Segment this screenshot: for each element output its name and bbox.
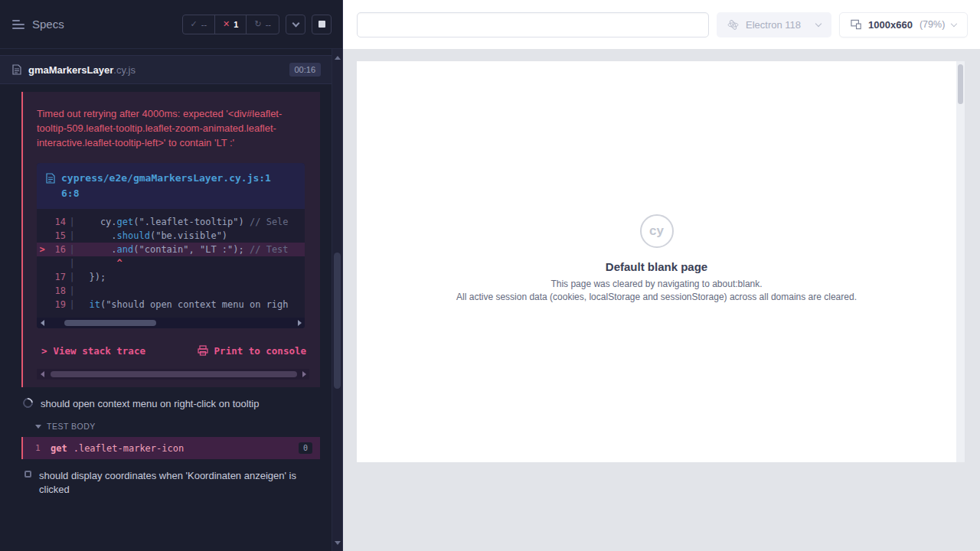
test-body-label: TEST BODY bbox=[47, 422, 96, 431]
view-stack-trace-link[interactable]: > View stack trace bbox=[41, 345, 145, 357]
code-frame-filename: cypress/e2e/gmaMarkersLayer.cy.js:16:8 bbox=[61, 171, 274, 201]
command-method: get bbox=[51, 443, 67, 454]
scroll-up-arrow[interactable] bbox=[332, 52, 342, 63]
aut-toolbar: Electron 118 1000x660 (79%) bbox=[343, 0, 980, 49]
viewport-scale: (79%) bbox=[920, 19, 945, 30]
stat-failed: ✕ 1 bbox=[214, 15, 246, 34]
reporter-header: Specs ✓ -- ✕ 1 ↻ -- bbox=[0, 0, 342, 49]
chevron-down-icon bbox=[815, 20, 822, 26]
aut-page: cy Default blank page This page was clea… bbox=[357, 61, 965, 462]
aut-panel: Electron 118 1000x660 (79%) cy Default b… bbox=[343, 0, 980, 551]
code-line: 19| it("should open context menu on righ bbox=[37, 298, 305, 311]
code-horizontal-scrollbar[interactable] bbox=[37, 318, 305, 328]
blank-page-line2: All active session data (cookies, localS… bbox=[456, 292, 857, 302]
chevron-right-icon: > bbox=[41, 345, 47, 357]
cypress-logo: cy bbox=[640, 214, 674, 248]
stop-run-button[interactable] bbox=[312, 15, 332, 34]
code-line: 17| }); bbox=[37, 270, 305, 284]
collapse-all-button[interactable] bbox=[286, 15, 305, 34]
spec-duration-badge: 00:16 bbox=[289, 63, 322, 77]
error-code-frame: cypress/e2e/gmaMarkersLayer.cy.js:16:8 1… bbox=[37, 163, 305, 328]
spinner-icon bbox=[21, 396, 34, 409]
code-line: 15| .should("be.visible") bbox=[37, 229, 305, 243]
code-line: >16| .and("contain", "LT :"); // Test bbox=[37, 243, 305, 256]
viewport-size: 1000x660 bbox=[868, 19, 913, 31]
scroll-left-arrow[interactable] bbox=[37, 369, 47, 380]
restart-icon: ↻ bbox=[254, 19, 261, 29]
check-icon: ✓ bbox=[191, 19, 198, 29]
command-count-badge: 0 bbox=[299, 442, 312, 454]
file-icon bbox=[12, 64, 21, 75]
code-lines: 14| cy.get(".leaflet-tooltip") // Sele 1… bbox=[37, 209, 305, 313]
blank-page-message: cy Default blank page This page was clea… bbox=[357, 214, 956, 302]
scrollbar-thumb[interactable] bbox=[64, 320, 156, 326]
test-item-pending[interactable]: should display coordinates when 'Koordin… bbox=[0, 459, 332, 503]
app-root: Specs ✓ -- ✕ 1 ↻ -- bbox=[0, 0, 980, 551]
stat-pending: ↻ -- bbox=[246, 15, 279, 34]
code-line: 14| cy.get(".leaflet-tooltip") // Sele bbox=[37, 215, 305, 229]
attempt-horizontal-scrollbar[interactable] bbox=[37, 369, 309, 380]
error-message: Timed out retrying after 4000ms: expecte… bbox=[37, 107, 294, 151]
specs-menu-icon[interactable] bbox=[12, 20, 24, 29]
spec-extension: .cy.js bbox=[113, 64, 136, 76]
scroll-right-arrow[interactable] bbox=[299, 369, 309, 380]
code-line: 18| bbox=[37, 284, 305, 298]
command-number: 1 bbox=[35, 443, 51, 453]
chevron-down-icon bbox=[292, 19, 299, 27]
test-stats: ✓ -- ✕ 1 ↻ -- bbox=[182, 15, 279, 34]
file-icon bbox=[46, 173, 55, 184]
scroll-down-arrow[interactable] bbox=[332, 537, 342, 548]
test-item-running[interactable]: should open context menu on right-click … bbox=[0, 387, 332, 418]
aut-vertical-scrollbar[interactable] bbox=[956, 61, 965, 462]
reporter-sidebar: Specs ✓ -- ✕ 1 ↻ -- bbox=[0, 0, 343, 551]
printer-icon bbox=[198, 345, 208, 356]
specs-title: Specs bbox=[32, 18, 64, 31]
code-line: | ^ bbox=[37, 256, 305, 270]
chevron-down-icon bbox=[951, 20, 957, 26]
scroll-right-arrow[interactable] bbox=[294, 318, 305, 328]
scrollbar-thumb[interactable] bbox=[958, 64, 963, 104]
spec-header[interactable]: gmaMarkersLayer .cy.js 00:16 bbox=[0, 55, 332, 84]
test-title: should display coordinates when 'Koordin… bbox=[39, 469, 299, 496]
blank-page-line1: This page was cleared by navigating to a… bbox=[550, 279, 762, 289]
blank-page-title: Default blank page bbox=[606, 260, 707, 273]
scrollbar-thumb[interactable] bbox=[334, 253, 341, 389]
electron-icon bbox=[727, 19, 739, 31]
viewport-selector[interactable]: 1000x660 (79%) bbox=[839, 12, 968, 37]
failed-attempt-error: Timed out retrying after 4000ms: expecte… bbox=[21, 92, 320, 387]
pending-test-icon bbox=[24, 471, 31, 478]
browser-label: Electron 118 bbox=[746, 19, 801, 31]
aut-stage: cy Default blank page This page was clea… bbox=[343, 49, 980, 551]
command-target: .leaflet-marker-icon bbox=[74, 443, 185, 454]
chevron-down-icon bbox=[35, 425, 41, 429]
reporter-content: gmaMarkersLayer .cy.js 00:16 Timed out r… bbox=[0, 49, 332, 551]
code-frame-file-link[interactable]: cypress/e2e/gmaMarkersLayer.cy.js:16:8 bbox=[37, 163, 305, 209]
browser-selector[interactable]: Electron 118 bbox=[717, 12, 831, 37]
x-icon: ✕ bbox=[223, 19, 230, 29]
stat-passed: ✓ -- bbox=[183, 15, 215, 34]
scrollbar-thumb[interactable] bbox=[51, 371, 297, 377]
command-row[interactable]: 1 get .leaflet-marker-icon 0 bbox=[21, 437, 320, 459]
test-title: should open context menu on right-click … bbox=[41, 397, 259, 411]
print-to-console-link[interactable]: Print to console bbox=[198, 345, 306, 357]
reporter-vertical-scrollbar[interactable] bbox=[332, 49, 342, 551]
test-body-section-toggle[interactable]: TEST BODY bbox=[0, 417, 332, 437]
spec-name: gmaMarkersLayer bbox=[28, 64, 113, 76]
stop-icon bbox=[318, 21, 325, 28]
url-input[interactable] bbox=[357, 12, 709, 37]
viewport-icon bbox=[851, 19, 861, 30]
scroll-left-arrow[interactable] bbox=[37, 318, 47, 328]
